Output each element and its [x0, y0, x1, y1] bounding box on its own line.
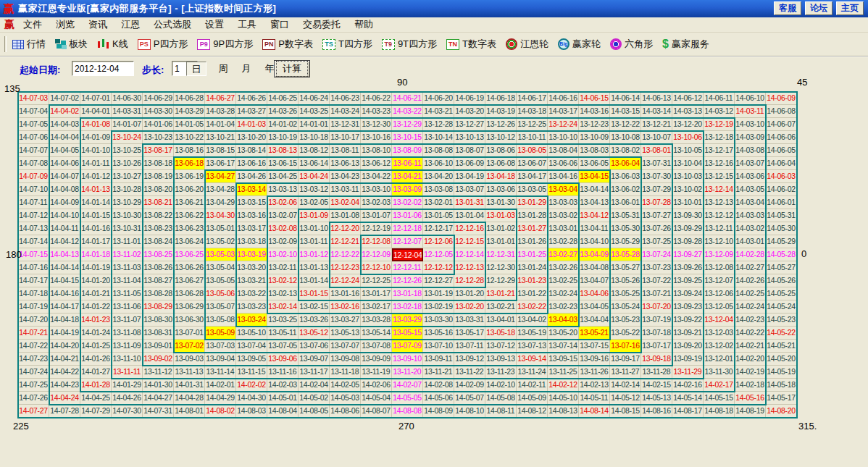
grid-cell: 14-05-01	[267, 392, 299, 405]
toolbar-item-P四方形[interactable]: PSP四方形	[138, 38, 188, 51]
grid-cell: 14-04-14	[49, 261, 80, 274]
grid-cell: 13-08-11	[330, 144, 361, 157]
grid-cell: 13-12-14	[704, 183, 735, 196]
grid-cell: 14-03-10	[735, 118, 766, 131]
titlebar-button-客服[interactable]: 客服	[774, 1, 801, 15]
unit-option-月[interactable]: 月	[236, 62, 256, 76]
grid-cell: 13-09-03	[174, 353, 205, 366]
grid-cell: 14-08-07	[361, 405, 392, 418]
grid-cell: 13-11-09	[112, 340, 143, 353]
grid-cell: 14-06-01	[766, 196, 797, 209]
grid-cell: 13-08-07	[454, 144, 485, 157]
menu-item-浏览[interactable]: 浏览	[56, 18, 75, 31]
grid-cell: 13-11-29	[672, 366, 704, 379]
menu-item-设置[interactable]: 设置	[205, 18, 224, 31]
grid-cell: 13-08-16	[174, 144, 205, 157]
badge-t9-icon: T9	[382, 39, 395, 50]
grid-cell: 13-04-22	[361, 170, 392, 183]
grid-cell: 14-01-28	[80, 379, 112, 392]
grid-cell: 13-07-28	[641, 196, 672, 209]
grid-cell: 12-12-06	[423, 235, 454, 248]
grid-cell: 13-12-11	[704, 222, 735, 235]
grid-cell: 14-05-17	[766, 392, 797, 405]
titlebar-button-论坛[interactable]: 论坛	[805, 1, 832, 15]
toolbar-item-T数字表[interactable]: TNT数字表	[446, 38, 496, 51]
grid-cell: 13-08-29	[143, 300, 174, 314]
grid-cell: 13-05-04	[205, 261, 236, 274]
grid-cell: 14-04-01	[80, 105, 112, 118]
grid-cell: 14-01-12	[80, 170, 112, 183]
grid-cell: 14-02-22	[735, 327, 766, 340]
grid-cell: 14-07-14	[18, 235, 49, 248]
menu-item-公式选股[interactable]: 公式选股	[154, 18, 191, 31]
grid-cell: 14-07-04	[18, 105, 49, 118]
grid-cell: 13-09-06	[267, 353, 299, 366]
grid-cell: 13-02-21	[485, 300, 517, 314]
menu-item-帮助[interactable]: 帮助	[354, 18, 373, 31]
grid-cell: 13-02-24	[548, 287, 579, 300]
unit-option-日[interactable]: 日	[186, 62, 206, 76]
compute-label: 计算	[276, 61, 308, 77]
toolbar-item-板块[interactable]: 板块	[55, 38, 88, 51]
grid-cell: 13-02-14	[267, 300, 299, 314]
grid-cell: 13-08-15	[205, 144, 236, 157]
grid-cell: 13-09-09	[361, 353, 392, 366]
menu-item-江恩[interactable]: 江恩	[121, 18, 140, 31]
grid-cell: 14-03-03	[735, 209, 766, 222]
start-date-input[interactable]	[72, 61, 134, 76]
grid-cell: 14-06-02	[766, 183, 797, 196]
unit-option-周[interactable]: 周	[213, 62, 233, 76]
grid-cell: 14-06-12	[672, 92, 704, 105]
grid-cell: 14-06-03	[766, 170, 797, 183]
grid-cell: 13-02-04	[330, 196, 361, 209]
toolbar-item-9T四方形[interactable]: T99T四方形	[382, 38, 437, 51]
titlebar-button-主页[interactable]: 主页	[836, 1, 864, 15]
toolbar-item-江恩轮[interactable]: 江恩轮	[506, 38, 548, 51]
toolbar-label: 江恩轮	[520, 38, 548, 51]
toolbar-item-9P四方形[interactable]: P99P四方形	[197, 38, 253, 51]
grid-cell: 13-02-28	[548, 235, 579, 248]
toolbar-item-P数字表[interactable]: PNP数字表	[262, 38, 313, 51]
grid-cell: 13-08-24	[143, 235, 174, 248]
grid-cell: 13-12-05	[704, 300, 735, 314]
grid-cell: 13-06-09	[454, 157, 485, 170]
grid-cell: 14-05-14	[672, 392, 704, 405]
menu-item-文件[interactable]: 文件	[23, 18, 42, 31]
grid-cell: 13-08-14	[236, 144, 267, 157]
menu-item-资讯[interactable]: 资讯	[88, 18, 107, 31]
grid-cell: 13-11-18	[330, 366, 361, 379]
grid-cell: 13-03-15	[236, 196, 267, 209]
grid-cell: 13-09-17	[610, 353, 641, 366]
toolbar-item-赢家轮[interactable]: Big赢家轮	[558, 38, 601, 51]
menu-item-窗口[interactable]: 窗口	[270, 18, 289, 31]
grid-cell: 13-06-18	[174, 157, 205, 170]
compute-button[interactable]: 计算	[274, 60, 310, 77]
grid-cell: 14-07-03	[18, 92, 49, 105]
grid-cell: 14-07-21	[18, 327, 49, 340]
grid-cell: 13-02-27	[548, 248, 579, 261]
grid-cell: 14-08-11	[485, 405, 517, 418]
grid-cell: 13-01-31	[454, 196, 485, 209]
toolbar-item-赢家服务[interactable]: $赢家服务	[662, 38, 709, 51]
grid-cell: 14-04-11	[49, 222, 80, 235]
grid-cell: 12-12-14	[454, 248, 485, 261]
grid-cell: 13-01-18	[392, 287, 423, 300]
toolbar-separator	[4, 36, 7, 52]
grid-cell: 13-05-14	[361, 327, 392, 340]
grid-cell: 13-09-22	[672, 314, 704, 327]
menu-item-工具[interactable]: 工具	[238, 18, 256, 31]
grid-cell: 13-06-19	[174, 170, 205, 183]
grid-cell: 13-03-17	[236, 222, 267, 235]
menu-item-交易委托[interactable]: 交易委托	[303, 18, 341, 31]
toolbar-item-K线[interactable]: K线	[97, 38, 128, 51]
titlebar: 赢 赢家江恩专业版[赢家内部服务平台] - [上证指数时间正方形] 客服论坛主页	[0, 0, 868, 17]
grid-cell: 14-02-13	[579, 379, 610, 392]
toolbar-item-T四方形[interactable]: TST四方形	[322, 38, 372, 51]
grid-cell: 14-07-06	[18, 131, 49, 144]
grid-cell: 13-12-26	[485, 118, 517, 131]
grid-cell: 13-09-05	[236, 353, 267, 366]
toolbar-item-行情[interactable]: 行情	[12, 38, 46, 51]
titlebar-buttons: 客服论坛主页	[774, 1, 864, 15]
grid-cell: 13-01-03	[485, 209, 517, 222]
toolbar-item-六角形[interactable]: 六角形	[610, 38, 653, 51]
